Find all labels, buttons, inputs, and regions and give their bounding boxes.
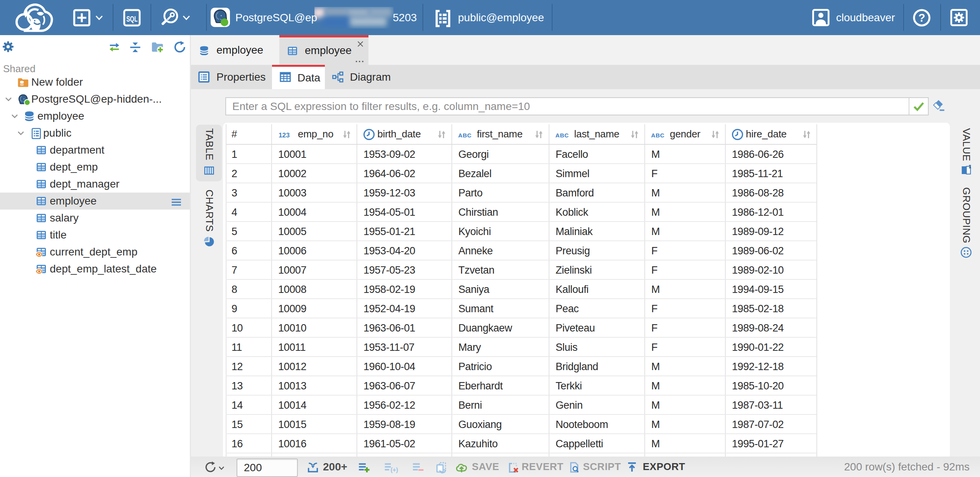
tree-item-employee[interactable]: employee [0, 108, 190, 125]
refresh-chevron-icon[interactable] [218, 465, 225, 472]
tree-item-menu-icon[interactable] [170, 196, 183, 209]
revert-button[interactable]: REVERT [522, 457, 563, 477]
data-cell[interactable]: 1954-05-01 [363, 203, 451, 222]
sort-icon[interactable] [341, 129, 352, 140]
data-cell[interactable]: 1955-01-21 [363, 222, 451, 241]
export-button-icon[interactable] [626, 461, 638, 473]
data-cell[interactable]: Duangkaew [458, 318, 548, 338]
data-cell[interactable]: M [651, 280, 724, 299]
data-cell[interactable]: Bezalel [458, 164, 548, 183]
user-icon[interactable] [812, 8, 830, 27]
data-cell[interactable]: 1990-01-22 [732, 338, 816, 357]
data-cell[interactable]: 10013 [278, 376, 356, 396]
data-cell[interactable]: Facello [556, 145, 644, 164]
search-chevron-icon[interactable] [182, 13, 191, 22]
sql-editor-button[interactable]: SQL [123, 8, 141, 27]
data-cell[interactable]: F [651, 299, 724, 318]
column-header-gender[interactable]: ABCgender [644, 124, 725, 145]
data-cell[interactable]: M [651, 415, 724, 434]
data-cell[interactable]: 10008 [278, 280, 356, 299]
tree-item-dept-manager[interactable]: dept_manager [0, 176, 190, 193]
close-tab-icon[interactable] [357, 41, 364, 47]
user-name[interactable]: cloudbeaver [836, 0, 895, 35]
clear-filter-icon[interactable] [933, 99, 946, 112]
data-cell[interactable]: Zielinski [556, 260, 644, 280]
help-icon[interactable]: ? [912, 8, 931, 27]
data-cell[interactable]: F [651, 260, 724, 280]
tree-item-department[interactable]: department [0, 142, 190, 159]
data-cell[interactable]: 1959-12-03 [363, 183, 451, 203]
row-number-cell[interactable]: 14 [231, 396, 269, 415]
data-cell[interactable]: 1986-12-01 [732, 203, 816, 222]
row-number-cell[interactable]: 4 [231, 203, 269, 222]
data-cell[interactable]: 1987-03-11 [732, 396, 816, 415]
data-cell[interactable]: 10016 [278, 434, 356, 453]
tab-menu-dots[interactable]: ... [355, 56, 365, 63]
column-header-emp_no[interactable]: 123emp_no [271, 124, 357, 145]
data-cell[interactable]: 1953-11-07 [363, 338, 451, 357]
data-cell[interactable]: 1963-06-07 [363, 376, 451, 396]
row-number-cell[interactable]: 12 [231, 357, 269, 376]
data-cell[interactable]: F [651, 241, 724, 260]
sort-icon[interactable] [629, 129, 640, 140]
sort-icon[interactable] [801, 129, 812, 140]
sql-filter-input[interactable]: Enter a SQL expression to filter results… [225, 97, 929, 115]
data-cell[interactable]: M [651, 396, 724, 415]
data-cell[interactable]: F [651, 164, 724, 183]
revert-button-icon[interactable] [507, 461, 520, 474]
row-number-cell[interactable]: 11 [231, 338, 269, 357]
data-cell[interactable]: 1959-08-19 [363, 415, 451, 434]
data-cell[interactable]: 10015 [278, 415, 356, 434]
row-number-cell[interactable]: 1 [231, 145, 269, 164]
data-cell[interactable]: 1958-02-19 [363, 280, 451, 299]
chevron-down-icon[interactable] [16, 129, 25, 138]
row-limit-input[interactable]: 200 [237, 458, 298, 477]
data-cell[interactable]: Peac [556, 299, 644, 318]
data-cell[interactable]: M [651, 434, 724, 453]
tab-employee-database[interactable]: employee [191, 35, 279, 65]
row-number-cell[interactable]: 3 [231, 183, 269, 203]
data-cell[interactable]: M [651, 183, 724, 203]
data-cell[interactable]: 1960-10-04 [363, 357, 451, 376]
data-cell[interactable]: Georgi [458, 145, 548, 164]
panel-grouping-label[interactable]: GROUPING [960, 187, 972, 244]
row-number-cell[interactable]: 10 [231, 318, 269, 338]
column-header-num[interactable]: # [226, 124, 271, 145]
data-cell[interactable]: Kyoichi [458, 222, 548, 241]
data-cell[interactable]: Simmel [556, 164, 644, 183]
data-cell[interactable]: Cappelletti [556, 434, 644, 453]
tab-diagram[interactable]: Diagram [325, 65, 394, 89]
data-cell[interactable]: M [651, 203, 724, 222]
data-cell[interactable]: Maliniak [556, 222, 644, 241]
data-cell[interactable]: 1992-12-18 [732, 357, 816, 376]
connection-name[interactable]: PostgreSQL@ep [235, 0, 317, 35]
data-cell[interactable]: Berni [458, 396, 548, 415]
data-cell[interactable]: 1985-11-21 [732, 164, 816, 183]
data-cell[interactable]: 1986-08-28 [732, 183, 816, 203]
tree-item-dept-emp-latest-date[interactable]: dept_emp_latest_date [0, 260, 190, 277]
row-number-cell[interactable]: 16 [231, 434, 269, 453]
tree-item-current-dept-emp[interactable]: current_dept_emp [0, 244, 190, 260]
tree-item-employee[interactable]: employee [0, 193, 190, 210]
data-cell[interactable]: Preusig [556, 241, 644, 260]
data-cell[interactable]: 10010 [278, 318, 356, 338]
new-connection-chevron-icon[interactable] [95, 13, 104, 22]
tree-item-public[interactable]: public [0, 125, 190, 142]
data-cell[interactable]: 10002 [278, 164, 356, 183]
chevron-down-icon[interactable] [10, 112, 19, 121]
sort-icon[interactable] [436, 129, 447, 140]
collapse-all-icon[interactable] [129, 41, 142, 54]
data-cell[interactable]: 10011 [278, 338, 356, 357]
tree-item-title[interactable]: title [0, 227, 190, 244]
data-cell[interactable]: M [651, 376, 724, 396]
data-cell[interactable]: Patricio [458, 357, 548, 376]
data-cell[interactable]: 10004 [278, 203, 356, 222]
data-cell[interactable]: 10001 [278, 145, 356, 164]
settings-gear-icon[interactable] [950, 8, 968, 27]
data-cell[interactable]: 1987-07-02 [732, 415, 816, 434]
tree-item-new-folder[interactable]: New folder [0, 74, 190, 91]
data-cell[interactable]: 1989-02-10 [732, 260, 816, 280]
apply-filter-button[interactable] [909, 98, 928, 115]
chevron-down-icon[interactable] [4, 95, 13, 104]
search-connection-button[interactable] [161, 8, 180, 27]
